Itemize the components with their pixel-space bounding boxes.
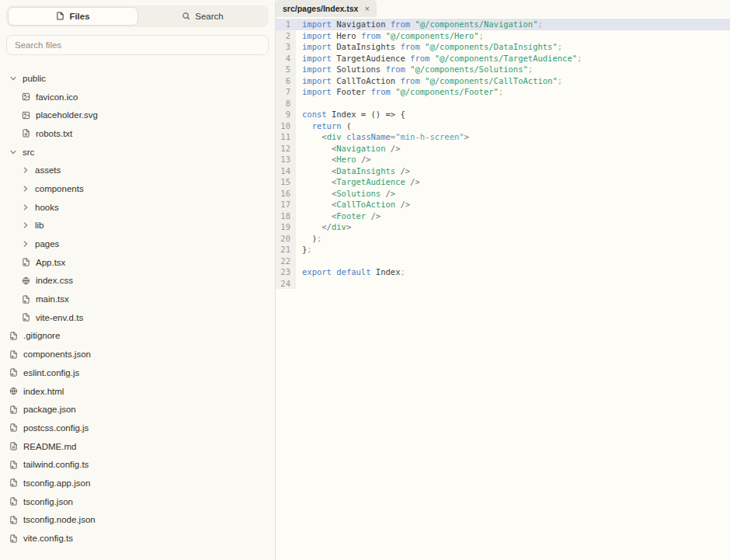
tree-item-placeholder-svg[interactable]: placeholder.svg	[0, 106, 275, 124]
editor-tab-index-tsx[interactable]: src/pages/Index.tsx ×	[276, 0, 377, 17]
tab-search-label: Search	[195, 12, 223, 21]
code-file-icon	[9, 497, 18, 506]
code-file-icon	[9, 423, 18, 432]
tree-item-main-tsx[interactable]: main.tsx	[0, 290, 275, 308]
code-line-23[interactable]: 23export default Index;	[276, 266, 730, 278]
code-line-5[interactable]: 5import Solutions from "@/components/Sol…	[276, 64, 730, 75]
code-line-19[interactable]: 19 </div>	[276, 221, 730, 233]
code-file-icon	[9, 534, 18, 543]
code-line-1[interactable]: 1import Navigation from "@/components/Na…	[276, 19, 730, 30]
tree-item-components-json[interactable]: components.json	[0, 345, 275, 363]
code-line-15[interactable]: 15 <TargetAudience />	[276, 176, 730, 188]
tree-item-label: tsconfig.node.json	[23, 515, 96, 524]
line-number: 24	[276, 278, 296, 290]
tree-item-label: favicon.ico	[36, 92, 78, 102]
tree-item-robots-txt[interactable]: robots.txt	[0, 124, 275, 143]
line-content: import Hero from "@/components/Hero";	[296, 30, 484, 42]
tree-item-pages[interactable]: pages	[0, 235, 275, 253]
code-line-17[interactable]: 17 <CallToAction />	[276, 199, 730, 210]
line-number: 2	[276, 30, 296, 42]
chevron-right-icon	[22, 185, 30, 193]
chevron-right-icon	[22, 240, 30, 248]
tree-item-label: eslint.config.js	[23, 368, 79, 377]
tree-item-components[interactable]: components	[0, 179, 275, 198]
line-content	[296, 256, 302, 267]
code-line-18[interactable]: 18 <Footer />	[276, 210, 730, 222]
code-line-2[interactable]: 2import Hero from "@/components/Hero";	[276, 30, 730, 42]
doc-icon	[22, 129, 30, 137]
tree-item-tailwind-config-ts[interactable]: tailwind.config.ts	[0, 455, 275, 474]
tree-item-src[interactable]: src	[0, 143, 275, 162]
tree-item-lib[interactable]: lib	[0, 217, 275, 235]
line-number: 6	[276, 75, 296, 87]
code-line-14[interactable]: 14 <DataInsights />	[276, 165, 730, 177]
tree-item-vite-env-d-ts[interactable]: vite-env.d.ts	[0, 308, 275, 327]
tab-search[interactable]: Search	[138, 7, 267, 26]
line-content: export default Index;	[296, 266, 405, 278]
code-line-6[interactable]: 6import CallToAction from "@/components/…	[276, 75, 730, 87]
image-icon	[22, 92, 30, 101]
tree-item-vite-config-ts[interactable]: vite.config.ts	[0, 529, 275, 548]
tree-item-label: main.tsx	[36, 294, 69, 304]
tree-item-package-json[interactable]: package.json	[0, 400, 275, 419]
line-number: 20	[276, 233, 296, 245]
tree-item-assets[interactable]: assets	[0, 161, 275, 179]
line-content: import Navigation from "@/components/Nav…	[296, 19, 543, 30]
line-content: return (	[296, 120, 351, 132]
line-content: <DataInsights />	[296, 165, 410, 177]
tree-item-label: index.css	[36, 276, 73, 285]
code-line-3[interactable]: 3import DataInsights from "@/components/…	[276, 41, 730, 53]
tree-item-tsconfig-app-json[interactable]: tsconfig.app.json	[0, 474, 275, 492]
tree-item-hooks[interactable]: hooks	[0, 198, 275, 217]
tree-item-postcss-config-js[interactable]: postcss.config.js	[0, 419, 275, 437]
code-line-10[interactable]: 10 return (	[276, 120, 730, 132]
tree-item-favicon-ico[interactable]: favicon.ico	[0, 88, 275, 106]
tab-close-icon[interactable]: ×	[364, 5, 369, 13]
code-line-13[interactable]: 13 <Hero />	[276, 154, 730, 165]
code-line-9[interactable]: 9const Index = () => {	[276, 109, 730, 120]
editor-tab-title: src/pages/Index.tsx	[283, 4, 358, 13]
code-line-22[interactable]: 22	[276, 256, 730, 267]
tree-item-tsconfig-node-json[interactable]: tsconfig.node.json	[0, 511, 275, 530]
tree-item-tsconfig-json[interactable]: tsconfig.json	[0, 492, 275, 511]
code-line-11[interactable]: 11 <div className="min-h-screen">	[276, 131, 730, 143]
line-number: 18	[276, 210, 296, 222]
tree-item-index-html[interactable]: index.html	[0, 382, 275, 401]
tree-item-app-tsx[interactable]: App.tsx	[0, 253, 275, 272]
line-number: 9	[276, 109, 296, 120]
line-content: import CallToAction from "@/components/C…	[296, 75, 562, 87]
tree-item-public[interactable]: public	[0, 69, 275, 88]
globe-icon	[9, 387, 18, 395]
tree-item-readme-md[interactable]: README.md	[0, 437, 275, 456]
code-file-icon	[9, 461, 18, 469]
code-line-16[interactable]: 16 <Solutions />	[276, 188, 730, 200]
image-icon	[22, 111, 30, 120]
code-line-4[interactable]: 4import TargetAudience from "@/component…	[276, 53, 730, 64]
code-line-24[interactable]: 24	[276, 278, 730, 290]
line-number: 4	[276, 53, 296, 64]
tree-item-label: public	[23, 74, 46, 83]
line-content	[296, 278, 302, 290]
doc-icon	[9, 442, 18, 450]
search-icon	[182, 12, 190, 22]
tree-item-eslint-config-js[interactable]: eslint.config.js	[0, 363, 275, 382]
code-line-20[interactable]: 20 );	[276, 233, 730, 245]
line-content: <Hero />	[296, 154, 371, 165]
code-line-8[interactable]: 8	[276, 98, 730, 110]
line-number: 12	[276, 143, 296, 155]
tree-item-label: App.tsx	[36, 258, 65, 267]
tree-item--gitignore[interactable]: .gitignore	[0, 327, 275, 346]
tree-item-index-css[interactable]: index.css	[0, 272, 275, 290]
tree-item-label: placeholder.svg	[36, 110, 98, 120]
line-content: import Footer from "@/components/Footer"…	[296, 86, 503, 98]
code-file-icon	[9, 516, 18, 524]
line-number: 3	[276, 41, 296, 53]
code-line-12[interactable]: 12 <Navigation />	[276, 143, 730, 155]
search-files-input[interactable]	[6, 35, 269, 55]
code-line-21[interactable]: 21};	[276, 244, 730, 256]
code-line-7[interactable]: 7import Footer from "@/components/Footer…	[276, 86, 730, 98]
tab-files[interactable]: Files	[8, 7, 138, 26]
tree-item-label: postcss.config.js	[23, 423, 89, 433]
chevron-down-icon	[9, 75, 17, 82]
globe-icon	[22, 277, 30, 285]
